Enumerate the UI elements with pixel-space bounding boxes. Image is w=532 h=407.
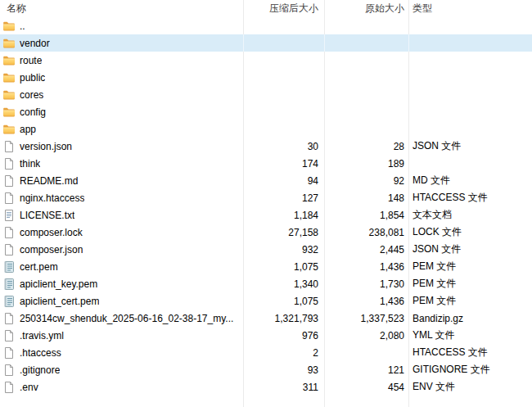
file-type-value [409,155,532,172]
compressed-size-value [244,69,325,86]
file-type-value: JSON 文件 [409,138,532,155]
file-icon [2,226,16,239]
column-header-type-label: 类型 [413,2,432,16]
file-name: .gitignore [20,364,60,376]
table-row[interactable]: nginx.htaccess 127 148 HTACCESS 文件 [0,189,532,206]
table-row[interactable]: .. [0,17,532,34]
file-name: LICENSE.txt [20,210,74,221]
table-row[interactable]: route [0,52,532,69]
table-row[interactable]: .gitignore 93 121 GITIGNORE 文件 [0,361,532,378]
table-row[interactable]: README.md 94 92 MD 文件 [0,172,532,189]
file-icon [2,192,16,205]
column-header-compressed-size[interactable]: 压缩后大小 [244,0,325,17]
file-type-value [409,17,532,34]
column-header-name[interactable]: 名称 [0,0,244,17]
original-size-value [325,69,409,86]
original-size-value [325,17,409,34]
table-row[interactable]: .travis.yml 976 2,080 YML 文件 [0,327,532,344]
file-type-value: PEM 文件 [409,258,532,275]
table-row[interactable]: app [0,120,532,138]
file-name: app [20,124,36,135]
compressed-size-value: 94 [244,172,325,189]
compressed-size-value: 30 [244,138,325,155]
file-icon [2,381,16,394]
table-row[interactable]: .htaccess 2 HTACCESS 文件 [0,344,532,361]
pem-file-icon [2,260,16,274]
table-row[interactable]: version.json 30 28 JSON 文件 [0,138,532,155]
file-name: .htaccess [20,347,61,359]
original-size-value: 1,436 [325,258,409,275]
file-type-value: HTACCESS 文件 [409,189,532,206]
compressed-size-value: 311 [244,378,325,396]
folder-icon [2,123,16,136]
table-row[interactable]: composer.json 932 2,445 JSON 文件 [0,241,532,258]
table-row[interactable]: cores [0,86,532,103]
table-row[interactable]: config [0,103,532,120]
compressed-size-value: 1,321,793 [244,310,325,327]
compressed-size-value: 1,075 [244,258,325,275]
column-header-name-label: 名称 [7,2,26,16]
pem-file-icon [2,295,16,308]
table-row[interactable]: public [0,69,532,86]
file-name: route [20,55,42,66]
file-list: 名称 压缩后大小 原始大小 类型 .. vendor ro [0,0,532,407]
original-size-value: 1,730 [325,275,409,292]
file-type-value: HTACCESS 文件 [409,344,532,361]
file-type-value: YML 文件 [409,327,532,344]
file-rows: .. vendor route public [0,17,532,396]
file-name: version.json [20,141,72,152]
file-name: cert.pem [20,261,58,273]
file-type-value: PEM 文件 [409,292,532,310]
pem-file-icon [2,278,16,291]
original-size-value: 92 [325,172,409,189]
file-name: README.md [20,175,78,187]
compressed-size-value [244,34,325,52]
file-type-value [409,69,532,86]
original-size-value: 28 [325,138,409,155]
original-size-value: 189 [325,155,409,172]
original-size-value: 121 [325,361,409,378]
column-header-compressed-size-label: 压缩后大小 [269,2,318,16]
file-type-value: PEM 文件 [409,275,532,292]
column-header-original-size[interactable]: 原始大小 [325,0,409,17]
folder-icon [2,20,16,33]
compressed-size-value [244,17,325,34]
file-type-value: MD 文件 [409,172,532,189]
table-row[interactable]: think 174 189 [0,155,532,172]
file-name: public [20,72,45,84]
compressed-size-value: 1,075 [244,292,325,310]
original-size-value: 1,436 [325,292,409,310]
compressed-size-value: 127 [244,189,325,206]
file-type-value: LOCK 文件 [409,224,532,241]
file-name: composer.json [20,244,83,256]
file-name: config [20,106,46,118]
compressed-size-value: 93 [244,361,325,378]
file-type-value: Bandizip.gz [409,310,532,327]
original-size-value [325,103,409,120]
file-type-value [409,86,532,103]
column-header-original-size-label: 原始大小 [365,2,404,16]
file-name: apiclient_key.pem [20,278,97,290]
file-icon [2,329,16,342]
table-row[interactable]: composer.lock 27,158 238,081 LOCK 文件 [0,224,532,241]
folder-icon [2,71,16,84]
file-name: 250314cw_shenduk_2025-06-16_02-38-17_my.… [20,313,233,324]
table-row[interactable]: apiclient_key.pem 1,340 1,730 PEM 文件 [0,275,532,292]
file-icon [2,346,16,360]
column-header-type[interactable]: 类型 [409,0,532,17]
compressed-size-value [244,86,325,103]
file-icon [2,174,16,188]
compressed-size-value: 1,340 [244,275,325,292]
table-row[interactable]: cert.pem 1,075 1,436 PEM 文件 [0,258,532,275]
table-row[interactable]: vendor [0,34,532,52]
original-size-value: 238,081 [325,224,409,241]
file-name: vendor [20,38,50,49]
table-row[interactable]: 250314cw_shenduk_2025-06-16_02-38-17_my.… [0,310,532,327]
file-type-value [409,120,532,138]
file-type-value: 文本文档 [409,206,532,224]
table-row[interactable]: LICENSE.txt 1,184 1,854 文本文档 [0,206,532,224]
table-row[interactable]: apiclient_cert.pem 1,075 1,436 PEM 文件 [0,292,532,310]
table-row[interactable]: .env 311 454 ENV 文件 [0,378,532,396]
original-size-value: 148 [325,189,409,206]
folder-icon [2,54,16,67]
